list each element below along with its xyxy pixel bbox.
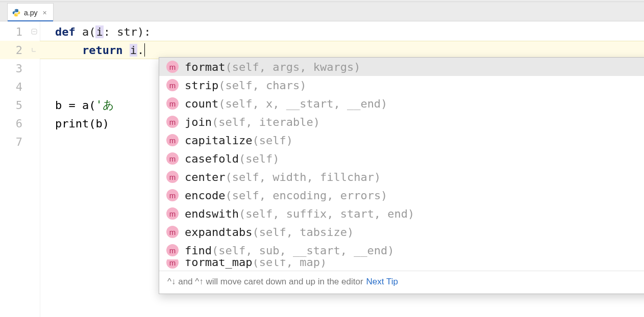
completion-footer: ^↓ and ^↑ will move caret down and up in… <box>159 271 644 294</box>
method-badge-icon: m <box>166 226 179 238</box>
editor-window: a.py × 1 2 3 4 5 6 7 d <box>0 0 644 317</box>
fold-end-icon[interactable] <box>31 46 38 54</box>
file-tab-label: a.py <box>24 9 37 17</box>
method-badge-icon: m <box>166 189 179 201</box>
footer-keycombo-2: ^↑ <box>195 277 206 286</box>
tab-bar: a.py × <box>0 2 644 21</box>
punct: ( <box>89 25 95 38</box>
completion-item[interactable]: mcapitalize(self)str <box>159 131 644 149</box>
method-badge-icon: m <box>166 207 179 220</box>
code-pane[interactable]: def a(i: str): return i. b = a('あ print(… <box>40 21 644 317</box>
method-badge-icon: m <box>166 259 179 269</box>
method-badge-icon: m <box>166 152 179 165</box>
python-file-icon <box>12 8 21 17</box>
completion-item-name: format <box>185 61 225 73</box>
completion-item-name: encode <box>185 189 225 202</box>
code-text: print(b) <box>55 117 109 130</box>
completion-item-signature: (self) <box>239 152 279 165</box>
function-name: a <box>82 25 89 38</box>
completion-item[interactable]: mstrip(self, chars)str <box>159 76 644 94</box>
completion-item-signature: (self, suffix, start, end) <box>239 207 414 220</box>
completion-item[interactable]: mjoin(self, iterable)str <box>159 113 644 131</box>
completion-item-name: strip <box>185 79 218 92</box>
completion-item-name: casefold <box>185 152 239 165</box>
completion-item[interactable]: mcenter(self, width, fillchar)str <box>159 168 644 186</box>
method-badge-icon: m <box>166 134 179 146</box>
completion-item-name: join <box>185 116 212 128</box>
string-literal: 'あ <box>95 97 114 113</box>
code-text: b = a( <box>55 99 95 112</box>
line-number-text: 2 <box>16 44 22 57</box>
punct: ): <box>137 25 151 38</box>
method-badge-icon: m <box>166 171 179 183</box>
completion-item-signature: (self, width, fillchar) <box>225 171 381 183</box>
line-number-text: 4 <box>16 81 22 93</box>
completion-item-signature: (self, iterable) <box>212 116 320 128</box>
completion-item-name: find <box>185 244 212 257</box>
footer-text: and <box>178 277 195 286</box>
completion-item-signature: (self, x, __start, __end) <box>218 97 387 110</box>
completion-item-signature: (self, tabsize) <box>252 226 354 239</box>
completion-item-name: format_map <box>185 259 252 269</box>
footer-hint: ^↓ and ^↑ will move caret down and up in… <box>167 277 363 287</box>
completion-item[interactable]: mcount(self, x, __start, __end)str <box>159 94 644 113</box>
completion-item[interactable]: mencode(self, encoding, errors)str <box>159 186 644 204</box>
completion-item[interactable]: mformat_map(self, map)str <box>159 259 644 271</box>
next-tip-link[interactable]: Next Tip <box>366 277 398 287</box>
punct: . <box>137 44 144 57</box>
code-line-1[interactable]: def a(i: str): <box>40 22 644 41</box>
code-line-2[interactable]: return i. <box>40 41 644 59</box>
gutter: 1 2 3 4 5 6 7 <box>0 21 40 317</box>
completion-item-name: endswith <box>185 207 239 220</box>
keyword-def: def <box>55 25 82 38</box>
line-number: 7 <box>0 133 40 151</box>
completion-item-name: count <box>185 97 218 110</box>
method-badge-icon: m <box>166 79 179 91</box>
line-number: 1 <box>0 22 40 41</box>
completion-item-signature: (self, chars) <box>218 79 306 92</box>
line-number: 4 <box>0 77 40 96</box>
line-number: 2 <box>0 41 40 59</box>
completion-item-name: center <box>185 171 225 183</box>
line-number-text: 6 <box>16 117 22 130</box>
completion-item-signature: (self, sub, __start, __end) <box>212 244 394 257</box>
identifier: i <box>130 44 137 57</box>
svg-point-0 <box>15 9 15 10</box>
footer-text: will move caret down and up in the edito… <box>206 277 363 286</box>
method-badge-icon: m <box>166 244 179 256</box>
method-badge-icon: m <box>166 61 179 73</box>
completion-item-signature: (self, encoding, errors) <box>225 189 387 202</box>
completion-item-signature: (self, args, kwargs) <box>225 61 360 73</box>
completion-item-name: capitalize <box>185 134 252 147</box>
text-caret <box>144 43 145 57</box>
line-number-text: 5 <box>16 99 22 112</box>
editor-area[interactable]: 1 2 3 4 5 6 7 def a(i: str): return i. <box>0 21 644 317</box>
completion-item[interactable]: mexpandtabs(self, tabsize)str <box>159 223 644 241</box>
completion-popup: mformat(self, args, kwargs)strmstrip(sel… <box>159 57 644 294</box>
file-tab[interactable]: a.py × <box>7 3 54 21</box>
line-number-text: 7 <box>16 136 22 148</box>
indent <box>55 44 82 57</box>
line-number-text: 3 <box>16 62 22 75</box>
completion-list[interactable]: mformat(self, args, kwargs)strmstrip(sel… <box>159 58 644 271</box>
completion-item-signature: (self, map) <box>252 259 327 269</box>
type-annotation: str <box>117 25 137 38</box>
fold-marker-icon[interactable] <box>31 28 38 35</box>
line-number: 3 <box>0 59 40 77</box>
completion-item[interactable]: mendswith(self, suffix, start, end)str <box>159 204 644 223</box>
line-number: 6 <box>0 114 40 133</box>
line-number: 5 <box>0 96 40 114</box>
completion-item-signature: (self) <box>252 134 292 147</box>
completion-item[interactable]: mformat(self, args, kwargs)str <box>159 58 644 76</box>
line-number-text: 1 <box>16 25 22 38</box>
method-badge-icon: m <box>166 97 179 110</box>
completion-item-name: expandtabs <box>185 226 252 239</box>
method-badge-icon: m <box>166 116 179 128</box>
param-name: i <box>95 25 103 38</box>
keyword-return: return <box>82 44 130 57</box>
completion-item[interactable]: mcasefold(self)str <box>159 149 644 168</box>
svg-point-1 <box>17 15 18 15</box>
completion-item[interactable]: mfind(self, sub, __start, __end)str <box>159 241 644 259</box>
footer-keycombo-1: ^↓ <box>167 277 178 286</box>
close-icon[interactable]: × <box>40 9 46 17</box>
